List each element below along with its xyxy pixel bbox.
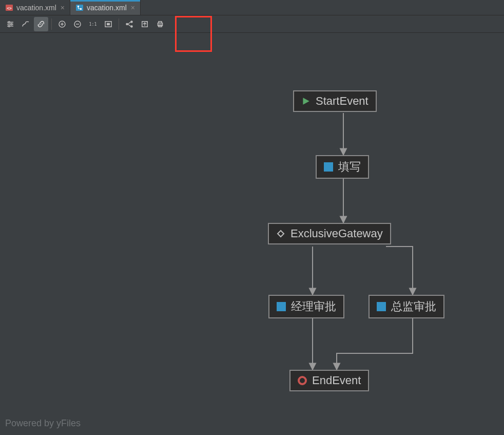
tab-label: vacation.xml bbox=[16, 4, 56, 12]
square-icon bbox=[377, 302, 386, 311]
node-end-event[interactable]: EndEvent bbox=[289, 370, 369, 391]
zoom-out-button[interactable] bbox=[70, 17, 85, 31]
node-exclusive-gateway[interactable]: ExclusiveGateway bbox=[268, 223, 391, 244]
structure-button[interactable] bbox=[122, 17, 137, 31]
zoom-1-1-button[interactable]: 1:1 bbox=[86, 17, 100, 31]
svg-rect-18 bbox=[107, 23, 110, 25]
square-icon bbox=[277, 302, 286, 311]
xml-file-icon: <> bbox=[5, 4, 13, 12]
svg-point-9 bbox=[11, 23, 12, 25]
node-label: EndEvent bbox=[312, 374, 361, 387]
export-button[interactable] bbox=[138, 17, 152, 31]
node-manager-approval[interactable]: 经理审批 bbox=[268, 295, 344, 318]
svg-rect-2 bbox=[76, 5, 83, 11]
node-label: 经理审批 bbox=[291, 299, 336, 314]
diamond-icon bbox=[276, 229, 285, 238]
close-icon[interactable]: × bbox=[60, 4, 66, 12]
fit-screen-button[interactable] bbox=[101, 17, 115, 31]
svg-point-8 bbox=[8, 21, 10, 23]
svg-rect-3 bbox=[77, 6, 79, 7]
node-fill-form[interactable]: 填写 bbox=[316, 155, 369, 179]
diagram-file-icon bbox=[75, 4, 84, 12]
svg-point-29 bbox=[299, 377, 306, 384]
tab-bar: <> vacation.xml × vacation.xml × bbox=[0, 0, 504, 15]
svg-point-20 bbox=[131, 21, 132, 23]
toolbar: 1:1 bbox=[0, 15, 504, 33]
node-label: StartEvent bbox=[316, 94, 369, 108]
settings-button[interactable] bbox=[3, 17, 17, 31]
svg-text:1:1: 1:1 bbox=[89, 22, 97, 27]
svg-point-10 bbox=[8, 25, 10, 27]
node-label: ExclusiveGateway bbox=[290, 227, 383, 240]
layout-route-button[interactable] bbox=[18, 17, 33, 31]
close-icon[interactable]: × bbox=[130, 4, 136, 12]
diagram-canvas[interactable]: StartEvent 填写 ExclusiveGateway 经理审批 总监审批… bbox=[0, 33, 504, 435]
svg-point-21 bbox=[131, 26, 132, 27]
svg-line-22 bbox=[128, 22, 131, 24]
svg-marker-28 bbox=[303, 98, 309, 105]
svg-rect-4 bbox=[80, 8, 82, 10]
zoom-in-button[interactable] bbox=[55, 17, 69, 31]
node-label: 总监审批 bbox=[391, 299, 436, 314]
tab-label: vacation.xml bbox=[87, 4, 127, 12]
node-director-approval[interactable]: 总监审批 bbox=[369, 295, 444, 318]
tab-vacation-xml-diagram[interactable]: vacation.xml × bbox=[70, 0, 141, 15]
ring-icon bbox=[298, 376, 307, 385]
square-icon bbox=[324, 162, 333, 172]
node-start-event[interactable]: StartEvent bbox=[293, 90, 377, 112]
edges-layer bbox=[0, 33, 504, 435]
tab-vacation-xml-code[interactable]: <> vacation.xml × bbox=[0, 0, 70, 15]
link-button[interactable] bbox=[34, 17, 48, 31]
print-button[interactable] bbox=[153, 17, 167, 31]
svg-line-23 bbox=[128, 24, 131, 27]
svg-text:<>: <> bbox=[7, 6, 12, 11]
play-icon bbox=[301, 97, 311, 106]
svg-point-19 bbox=[126, 23, 128, 25]
svg-rect-26 bbox=[159, 21, 162, 23]
footer-credit: Powered by yFiles bbox=[5, 418, 81, 429]
separator bbox=[119, 18, 119, 30]
node-label: 填写 bbox=[338, 159, 361, 175]
separator bbox=[51, 18, 52, 30]
